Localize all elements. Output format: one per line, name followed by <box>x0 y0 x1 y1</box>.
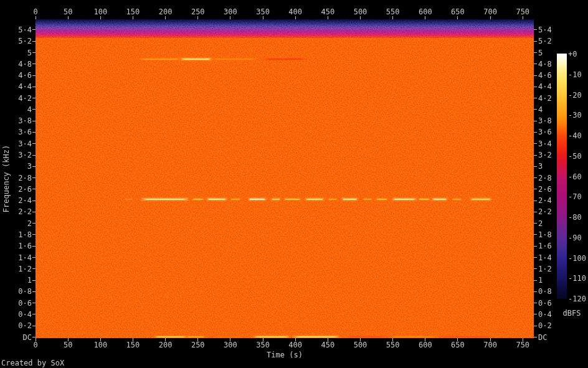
x-tick-label-bottom: 750 <box>516 341 529 349</box>
y-tick-label-left: 5·4 <box>18 26 32 34</box>
y-tick-right <box>534 52 537 53</box>
y-tick-label-left: 2·4 <box>18 197 32 204</box>
y-tick-label-right: 3·2 <box>538 151 552 159</box>
x-tick-label-top: 500 <box>354 8 368 16</box>
x-tick-top <box>68 16 69 19</box>
y-tick-right <box>534 166 537 167</box>
y-tick-right <box>534 98 537 98</box>
colorbar-tick-label: -100 <box>568 255 586 262</box>
tone-line-segment <box>376 199 388 200</box>
y-tick-right <box>534 75 537 76</box>
y-tick-right <box>534 41 537 42</box>
y-tick-left <box>32 109 36 110</box>
y-tick-label-right: 1·8 <box>538 231 552 238</box>
y-tick-right <box>534 143 537 144</box>
y-tick-label-right: 2·8 <box>538 174 552 182</box>
x-tick-top <box>490 16 491 19</box>
y-tick-label-right: 4·6 <box>538 72 552 79</box>
tone-line-segment <box>305 199 324 200</box>
y-tick-left <box>32 75 36 76</box>
tone-line-segment <box>187 336 205 337</box>
tone-line-segment <box>342 199 358 200</box>
y-tick-right <box>534 64 537 64</box>
y-tick-label-right: 3·8 <box>538 117 552 125</box>
tone-line-segment <box>328 199 337 200</box>
noise-texture <box>36 19 534 338</box>
y-tick-label-left: 0·4 <box>18 311 32 318</box>
x-tick-label-top: 700 <box>483 8 497 16</box>
y-tick-label-right: 1·6 <box>538 242 552 250</box>
y-tick-right <box>534 201 537 201</box>
tone-line-segment <box>192 199 204 200</box>
y-tick-label-right: 2 <box>538 220 543 227</box>
x-tick-label-top: 600 <box>419 8 432 16</box>
y-tick-right <box>534 29 537 30</box>
x-tick-top <box>230 16 230 19</box>
tone-line-segment <box>391 336 437 337</box>
y-tick-left <box>32 189 36 189</box>
x-tick-label-top: 300 <box>224 8 237 16</box>
y-tick-label-left: 1·6 <box>18 242 32 250</box>
y-tick-label-left: 2·8 <box>18 174 32 182</box>
x-tick-top <box>133 16 133 19</box>
spectrogram-plot <box>36 19 534 338</box>
x-tick-label-bottom: 200 <box>159 341 173 349</box>
y-tick-right <box>534 234 537 235</box>
y-tick-label-left: 1·2 <box>18 265 32 273</box>
y-tick-label-left: 0·8 <box>18 288 32 295</box>
x-tick-top <box>100 16 101 19</box>
y-tick-label-right: 4·8 <box>538 60 552 68</box>
y-tick-label-right: 2·4 <box>538 197 552 204</box>
y-tick-left <box>32 201 36 201</box>
tone-line-segment <box>293 336 339 337</box>
y-tick-label-right: 2·2 <box>538 208 552 215</box>
y-tick-left <box>32 280 36 281</box>
x-tick-label-top: 200 <box>159 8 173 16</box>
y-tick-left <box>32 87 36 87</box>
y-tick-right <box>534 155 537 156</box>
y-tick-label-left: 3 <box>27 163 32 170</box>
y-tick-left <box>32 234 36 235</box>
tone-line-segment <box>392 199 417 200</box>
credit-text: Created by SoX <box>1 359 64 367</box>
y-tick-label-left: 0·6 <box>18 300 32 307</box>
tone-line-segment <box>452 199 462 200</box>
y-tick-right <box>534 268 537 269</box>
x-tick-top <box>263 16 263 19</box>
colorbar-tick-label: -60 <box>568 173 582 181</box>
y-tick-left <box>32 257 36 258</box>
y-tick-right <box>534 109 537 110</box>
colorbar-tick-label: -90 <box>568 234 582 242</box>
x-tick-label-bottom: 400 <box>288 341 302 349</box>
y-tick-left <box>32 41 36 42</box>
colorbar-tick-label: -70 <box>568 193 582 201</box>
colorbar-tick-label: -10 <box>568 71 582 78</box>
colorbar-tick-label: -80 <box>568 214 582 221</box>
colorbar-tick-label: -120 <box>568 295 586 303</box>
tone-line-segment <box>349 336 386 337</box>
y-tick-label-right: 4·4 <box>538 83 552 90</box>
y-tick-label-right: 5·2 <box>538 37 552 45</box>
y-tick-label-right: 0·4 <box>538 311 552 318</box>
tone-line-segment <box>284 199 300 200</box>
colorbar-tick-label: -110 <box>568 275 586 282</box>
y-tick-left <box>32 303 36 303</box>
x-tick-label-bottom: 50 <box>64 341 72 349</box>
y-tick-left <box>32 177 36 178</box>
y-tick-label-left: 5·2 <box>18 37 32 45</box>
y-tick-right <box>534 314 537 314</box>
y-tick-left <box>32 212 36 212</box>
x-tick-top <box>36 16 36 19</box>
y-tick-left <box>32 132 36 133</box>
y-tick-label-right: 3·6 <box>538 128 552 136</box>
tone-line-segment <box>272 199 281 200</box>
tone-line-segment <box>249 199 266 200</box>
y-tick-label-left: 0·2 <box>18 322 32 329</box>
x-tick-label-bottom: 150 <box>126 341 140 349</box>
x-tick-label-top: 0 <box>33 8 37 16</box>
colorbar-tick-label: -40 <box>568 132 582 139</box>
y-tick-left <box>32 223 36 224</box>
x-tick-label-bottom: 100 <box>93 341 107 349</box>
y-tick-right <box>534 121 537 121</box>
x-tick-label-top: 250 <box>191 8 205 16</box>
